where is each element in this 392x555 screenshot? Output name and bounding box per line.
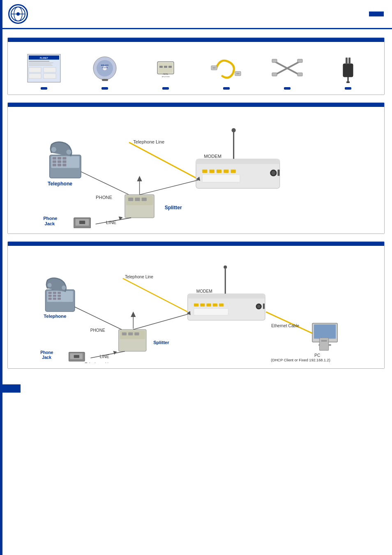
quick-guide-footer [2,384,21,393]
svg-rect-45 [62,157,66,160]
svg-text:MODEM: MODEM [196,289,212,294]
svg-text:Telephone: Telephone [44,314,66,319]
package-section-header [8,38,384,42]
svg-text:PHONE: PHONE [96,195,112,200]
svg-rect-95 [53,292,56,294]
svg-rect-13 [44,67,56,72]
svg-rect-23 [159,66,163,68]
svg-text:Ethernet Cable: Ethernet Cable [271,324,299,328]
svg-point-138 [257,305,261,308]
svg-rect-112 [122,333,127,335]
svg-rect-150 [321,340,327,342]
package-item-power [318,52,378,90]
svg-rect-80 [202,170,207,173]
svg-line-56 [81,172,129,195]
svg-rect-149 [319,338,328,351]
svg-rect-51 [62,164,66,166]
guide-image: PLANET [21,52,67,85]
svg-rect-32 [272,59,277,62]
svg-rect-81 [210,170,214,173]
svg-text:PHONE: PHONE [90,328,105,333]
power-label [345,87,351,90]
svg-text:Phone: Phone [40,350,53,355]
svg-rect-38 [348,58,350,64]
svg-rect-83 [224,170,228,173]
svg-rect-139 [263,303,265,309]
model-badge [369,12,384,16]
svg-text:(DHCP Client or Fixed 192.168.: (DHCP Client or Fixed 192.168.1.2) [271,358,330,362]
svg-rect-47 [58,160,61,163]
svg-point-3 [16,12,20,16]
svg-line-126 [123,278,188,312]
splitter-label [162,87,169,90]
splitter-device [125,195,154,218]
splitter-device-2 [119,330,146,352]
package-items-list: PLANET [14,52,378,90]
svg-rect-64 [142,198,147,201]
svg-rect-71 [79,221,85,224]
svg-text:Telephone: Telephone [48,181,72,187]
svg-rect-36 [343,64,353,77]
svg-rect-85 [202,175,240,182]
logo-area [8,4,31,24]
logo-circle [8,4,28,24]
svg-rect-9 [29,64,51,65]
svg-rect-84 [231,170,236,173]
svg-rect-11 [29,67,41,72]
router-device-2 [188,294,265,320]
svg-rect-121 [74,355,79,358]
svg-text:Splitter: Splitter [153,340,169,345]
svg-point-53 [66,150,71,155]
svg-text:Jack: Jack [44,221,55,226]
svg-point-52 [51,147,56,152]
svg-text:SPLITTER: SPLITTER [161,76,169,78]
svg-rect-79 [196,159,280,164]
svg-rect-134 [213,303,217,306]
telephone-device-2 [45,278,74,311]
package-item-splitter: ADSL SPLITTER [135,52,196,90]
main-content: PLANET [0,29,392,384]
step2-body: Telephone Telephone Line PHONE Splitter [8,246,384,368]
svg-rect-49 [53,164,56,166]
svg-rect-114 [134,333,139,335]
svg-rect-98 [53,295,56,297]
svg-rect-24 [164,66,167,68]
svg-marker-109 [131,312,136,317]
svg-rect-35 [297,73,302,76]
phone-jack-2 [69,352,85,361]
svg-rect-31 [236,73,240,74]
svg-rect-40 [346,81,350,83]
svg-line-90 [140,180,198,195]
pc-device [312,323,337,350]
splitter-image: ADSL SPLITTER [143,52,188,85]
svg-rect-14 [44,74,56,79]
svg-text:ADSL: ADSL [163,73,168,75]
svg-text:Jack: Jack [42,355,51,360]
package-item-phone-cable [257,52,318,90]
step2-header [8,242,384,246]
svg-line-143 [266,312,313,334]
svg-rect-82 [217,170,221,173]
svg-rect-133 [206,303,211,306]
svg-rect-136 [194,309,228,315]
step2-section: Telephone Telephone Line PHONE Splitter [7,241,385,369]
svg-rect-102 [58,298,61,300]
left-border [0,0,2,555]
svg-rect-131 [194,303,198,306]
svg-rect-50 [58,164,61,166]
svg-rect-12 [29,74,41,79]
svg-rect-99 [58,295,61,297]
svg-text:MODEM: MODEM [204,154,221,159]
svg-rect-44 [58,157,61,160]
phone-cable-label [284,87,291,90]
svg-line-125 [75,307,122,330]
svg-rect-113 [128,333,133,335]
cd-label [101,87,108,90]
svg-text:Phone: Phone [43,216,57,221]
ethernet-label [223,87,230,90]
svg-rect-62 [128,198,133,201]
svg-rect-34 [297,59,302,62]
svg-rect-25 [168,66,172,68]
telephone-device [50,142,81,178]
package-section: PLANET [7,37,385,95]
